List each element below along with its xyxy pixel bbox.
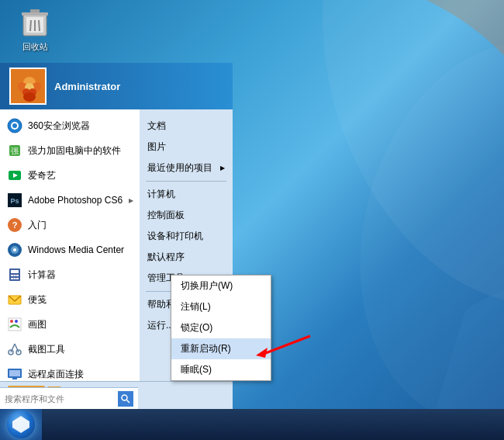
svg-rect-5 <box>22 12 48 16</box>
right-item-recent[interactable]: 最近使用的项目 ▶ <box>140 158 233 178</box>
svg-rect-50 <box>12 378 17 379</box>
right-item-run-label: 运行... <box>147 319 174 332</box>
recycle-bin-image <box>19 8 50 39</box>
svg-text:?: ? <box>12 220 18 230</box>
svg-point-17 <box>23 92 36 102</box>
desktop: 回收站 Administrator <box>0 0 504 440</box>
menu-cut-icon <box>6 341 23 358</box>
svg-rect-38 <box>14 278 16 279</box>
desktop-icons-area: 回收站 <box>8 8 62 53</box>
menu-qianghua-label: 强力加固电脑中的软件 <box>28 144 133 158</box>
right-item-recent-label: 最近使用的项目 <box>147 161 212 175</box>
menu-draw-icon <box>6 316 23 333</box>
search-bar <box>0 387 138 409</box>
menu-calc[interactable]: 计算器 <box>0 262 140 287</box>
right-separator-1 <box>146 181 226 182</box>
right-item-controlpanel[interactable]: 控制面板 <box>140 205 233 226</box>
svg-line-9 <box>39 20 40 31</box>
svg-text:Ps: Ps <box>10 197 19 205</box>
menu-aiqiyi[interactable]: 爱奇艺 <box>0 163 140 188</box>
red-arrow <box>256 332 318 366</box>
menu-entrance-icon: ? <box>6 217 23 234</box>
context-switch-user-label: 切换用户(W) <box>181 279 233 293</box>
menu-media-icon <box>6 241 23 258</box>
user-name: Administrator <box>54 81 120 92</box>
svg-rect-33 <box>11 270 19 273</box>
right-item-documents-label: 文档 <box>147 120 166 133</box>
context-logout[interactable]: 注销(L) <box>171 296 271 317</box>
svg-rect-37 <box>11 278 13 279</box>
right-item-devices[interactable]: 设备和打印机 <box>140 226 233 247</box>
menu-entrance-label: 入门 <box>28 219 133 232</box>
start-orb <box>7 411 35 438</box>
svg-rect-36 <box>16 275 19 276</box>
context-lock-label: 锁定(O) <box>181 321 212 334</box>
svg-point-43 <box>15 320 18 323</box>
menu-360-icon <box>6 117 23 134</box>
menu-media-label: Windows Media Center <box>28 244 133 255</box>
start-menu-left: 360安全浏览器 强 强力加固电脑中的软件 爱奇艺 Ps <box>0 109 140 381</box>
menu-qianghua-icon: 强 <box>6 142 23 159</box>
recycle-bin-label: 回收站 <box>22 41 48 53</box>
context-logout-label: 注销(L) <box>181 300 211 314</box>
context-restart-label: 重新启动(R) <box>181 342 231 355</box>
start-menu-header: Administrator <box>0 63 233 109</box>
right-item-documents[interactable]: 文档 <box>140 116 233 137</box>
svg-text:强: 强 <box>11 147 19 155</box>
context-switch-user[interactable]: 切换用户(W) <box>171 275 271 296</box>
win7-decoration <box>271 0 504 440</box>
svg-rect-34 <box>11 275 13 276</box>
menu-photoshop[interactable]: Ps Adobe Photoshop CS6 ▶ <box>0 188 140 213</box>
svg-point-31 <box>13 248 16 251</box>
menu-entrance[interactable]: ? 入门 <box>0 213 140 237</box>
svg-line-7 <box>30 20 31 31</box>
svg-rect-35 <box>14 275 16 276</box>
taskbar <box>0 409 504 440</box>
svg-rect-49 <box>9 370 20 376</box>
svg-marker-62 <box>256 348 268 358</box>
menu-360-label: 360安全浏览器 <box>28 120 133 133</box>
menu-calc-label: 计算器 <box>28 269 133 282</box>
menu-draw[interactable]: 画图 <box>0 312 140 337</box>
svg-line-60 <box>127 400 130 403</box>
menu-remote-label: 远程桌面连接 <box>28 368 133 381</box>
user-avatar <box>9 68 47 105</box>
context-sleep-label: 睡眠(S) <box>181 363 212 376</box>
start-menu-footer: 关机 ▶ <box>0 381 233 409</box>
svg-point-42 <box>10 320 13 323</box>
menu-mail-icon <box>6 291 23 308</box>
menu-calc-icon <box>6 266 23 283</box>
right-item-controlpanel-label: 控制面板 <box>147 209 185 222</box>
menu-remote[interactable]: 远程桌面连接 <box>0 362 140 381</box>
menu-cut-label: 截图工具 <box>28 343 133 356</box>
svg-point-20 <box>12 123 17 128</box>
menu-photoshop-arrow: ▶ <box>129 197 133 204</box>
menu-aiqiyi-label: 爱奇艺 <box>28 169 133 182</box>
menu-qianghua[interactable]: 强 强力加固电脑中的软件 <box>0 138 140 163</box>
search-input[interactable] <box>5 394 118 404</box>
menu-cut[interactable]: 截图工具 <box>0 337 140 362</box>
right-item-devices-label: 设备和打印机 <box>147 230 203 243</box>
menu-remote-icon <box>6 366 23 381</box>
right-item-pictures[interactable]: 图片 <box>140 137 233 158</box>
menu-aiqiyi-icon <box>6 167 23 184</box>
svg-line-61 <box>264 336 310 354</box>
svg-rect-6 <box>30 9 40 12</box>
menu-mail[interactable]: 便笺 <box>0 287 140 312</box>
menu-photoshop-label: Adobe Photoshop CS6 <box>28 195 124 206</box>
svg-rect-39 <box>16 278 19 279</box>
menu-photoshop-icon: Ps <box>6 192 23 209</box>
right-item-defaultprograms-label: 默认程序 <box>147 251 185 264</box>
search-button[interactable] <box>118 391 133 407</box>
recycle-bin-icon[interactable]: 回收站 <box>8 8 62 53</box>
menu-draw-label: 画图 <box>28 318 133 331</box>
right-item-computer-label: 计算机 <box>147 188 175 201</box>
right-item-pictures-label: 图片 <box>147 140 166 154</box>
svg-point-59 <box>122 395 127 400</box>
right-item-defaultprograms[interactable]: 默认程序 <box>140 247 233 268</box>
start-button[interactable] <box>0 409 42 440</box>
menu-item-360[interactable]: 360安全浏览器 <box>0 113 140 138</box>
menu-media[interactable]: Windows Media Center <box>0 237 140 262</box>
menu-mail-label: 便笺 <box>28 293 133 307</box>
right-item-computer[interactable]: 计算机 <box>140 184 233 205</box>
